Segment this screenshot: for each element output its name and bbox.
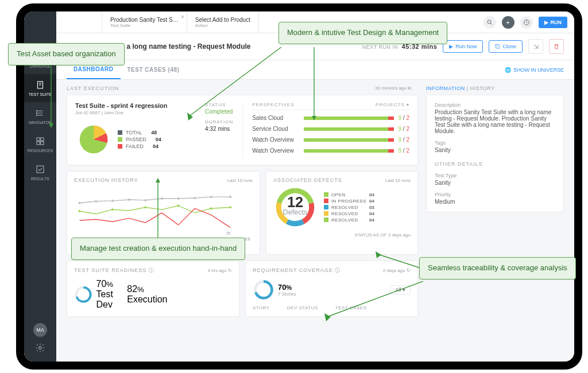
svg-rect-6 xyxy=(41,138,44,141)
tab-title: Select Add to Product xyxy=(195,17,250,23)
callout-design-mgmt: Modern & intutive Test Design & Manageme… xyxy=(278,22,447,44)
tab-sub: Action xyxy=(195,23,250,28)
svg-point-15 xyxy=(95,200,97,203)
gear-icon[interactable] xyxy=(35,343,45,353)
clone-label: Clone xyxy=(502,44,516,49)
show-universe-label: SHOW IN UNIVERSE xyxy=(513,67,564,73)
other-details-label: OTHER DETAILS xyxy=(435,161,555,167)
svg-point-17 xyxy=(128,199,130,201)
tab-information[interactable]: INFORMATION xyxy=(426,86,465,91)
subtabs: DASHBOARD TEST CASES (48) 🌐 SHOW IN UNIV… xyxy=(56,60,574,80)
export-icon[interactable]: ⇲ xyxy=(528,39,543,54)
perspective-row: Watch Overview9 / 2 xyxy=(252,145,409,156)
suite-meta: Job ID 8887 | John Doe xyxy=(75,110,196,115)
tags-label: Tags xyxy=(435,140,555,146)
svg-point-11 xyxy=(488,20,491,24)
sidebar-item-resources[interactable]: RESOURCES xyxy=(24,130,56,158)
list-icon xyxy=(35,108,45,118)
run-label: RUN xyxy=(551,20,562,25)
svg-rect-8 xyxy=(41,142,44,145)
svg-point-18 xyxy=(144,199,146,201)
svg-point-2 xyxy=(36,111,37,112)
show-in-universe-link[interactable]: 🌐 SHOW IN UNIVERSE xyxy=(505,67,564,73)
coverage-ring xyxy=(253,279,274,301)
svg-point-4 xyxy=(36,115,37,116)
description-label: Description xyxy=(435,102,555,108)
sidebar-label: NAVIGATOR xyxy=(29,121,52,125)
tab-sub: Test Suite xyxy=(110,23,179,28)
defects-card: ASSOCIATED DEFECTSLast 10 runs 12 Defe xyxy=(266,171,418,255)
projects-dropdown[interactable]: PROJECTS ▾ xyxy=(376,102,409,107)
tags-value: Sanity xyxy=(435,147,555,153)
clone-button[interactable]: ⿻ Clone xyxy=(489,40,523,53)
last-execution-card: Test Suite - sprint 4 regression Job ID … xyxy=(67,95,418,165)
svg-point-10 xyxy=(39,347,42,349)
sidebar-label: TEST SUITE xyxy=(29,92,52,96)
callout-creation-exec: Manage test creation & execution hand-in… xyxy=(71,238,245,260)
type-label: Test Type xyxy=(435,173,555,178)
info-tabs: INFORMATION | HISTORY xyxy=(426,86,564,91)
status-as-of: STATUS AS OF 3 days ago xyxy=(273,232,411,238)
svg-point-27 xyxy=(177,205,180,207)
svg-rect-9 xyxy=(37,166,44,173)
coverage-filter[interactable]: All ▾ xyxy=(390,285,411,294)
readiness-ring: 70%Test Dev xyxy=(74,279,113,310)
svg-point-21 xyxy=(194,197,196,199)
priority-label: Priority xyxy=(435,192,555,197)
tab-history[interactable]: HISTORY xyxy=(470,86,495,91)
svg-rect-7 xyxy=(37,142,40,145)
sidebar-item-test-suite[interactable]: TEST SUITE xyxy=(24,74,56,102)
search-icon[interactable] xyxy=(483,16,496,29)
pie-chart xyxy=(75,121,112,158)
last-exec-time: 30 minutes ago ⧉ xyxy=(375,86,411,91)
sidebar-item-navigator[interactable]: NAVIGATOR xyxy=(24,102,56,130)
type-value: Sanity xyxy=(435,180,555,186)
description-value: Production Sanity Test Suite with a long… xyxy=(435,109,555,134)
chart-date-label: 25 xyxy=(226,231,231,235)
tab-first[interactable] xyxy=(56,11,102,33)
svg-point-20 xyxy=(177,197,180,200)
run-button[interactable]: ▶ RUN xyxy=(539,17,568,28)
svg-text:Defects: Defects xyxy=(283,208,307,216)
pie-legend: TOTAL48 PASSED04 FAILED04 xyxy=(118,129,161,150)
svg-rect-5 xyxy=(37,138,40,141)
perspective-row: Watch Overview9 / 2 xyxy=(252,134,409,145)
close-icon[interactable]: × xyxy=(181,14,184,20)
run-now-button[interactable]: ▶ Run Now xyxy=(443,40,483,53)
tab-select-add[interactable]: Select Add to Product Action xyxy=(187,11,259,33)
priority-value: Medium xyxy=(435,199,555,205)
svg-point-24 xyxy=(79,210,81,212)
tab-test-suite[interactable]: Production Sanity Test S… Test Suite × xyxy=(102,11,187,33)
svg-point-14 xyxy=(79,202,81,204)
svg-point-29 xyxy=(229,206,231,208)
coverage-card: REQUIREMENT COVERAGE ⓘ2 days ago ↻ 70%7 … xyxy=(245,261,418,317)
last-execution-label: LAST EXECUTION xyxy=(67,86,418,91)
delete-icon[interactable] xyxy=(549,39,564,54)
svg-point-3 xyxy=(36,112,37,114)
perspective-row: Sales Cloud9 / 2 xyxy=(252,112,409,123)
info-card: Description Production Sanity Test Suite… xyxy=(426,95,564,212)
callout-traceability: Seamless traceability & coverage analysi… xyxy=(419,257,576,279)
perspective-row: Service Cloud9 / 2 xyxy=(252,123,409,134)
perspectives-panel: PERSPECTIVESPROJECTS ▾ Sales Cloud9 / 2S… xyxy=(252,102,409,158)
svg-point-16 xyxy=(111,200,114,202)
line-chart: 25 xyxy=(74,187,239,236)
donut-chart: 12 Defects xyxy=(273,185,317,229)
avatar[interactable]: MA xyxy=(33,323,47,337)
suite-title: Test Suite - sprint 4 regression xyxy=(75,102,196,109)
svg-point-23 xyxy=(229,196,231,198)
sidebar-label: RESULTS xyxy=(31,177,49,181)
svg-point-22 xyxy=(210,196,212,198)
document-icon xyxy=(35,80,45,90)
add-icon[interactable]: + xyxy=(502,16,514,29)
clock-icon[interactable] xyxy=(520,16,533,29)
tab-testcases[interactable]: TEST CASES (48) xyxy=(121,61,187,79)
coverage-columns: STORYDEV STATUSTEST CASES xyxy=(253,305,411,310)
callout-asset-org: Test Asset based organization xyxy=(8,43,125,65)
check-icon xyxy=(35,164,45,174)
grid-icon xyxy=(35,136,45,146)
readiness-card: TEST SUITE READINESS ⓘ3 hrs ago ↻ 70%Tes… xyxy=(67,261,239,317)
defects-legend: OPEN04IN PROGRESS04RESOLVED03RESOLVED04R… xyxy=(324,191,374,224)
sidebar-item-results[interactable]: RESULTS xyxy=(24,158,56,187)
sidebar-label: RESOURCES xyxy=(28,149,53,153)
